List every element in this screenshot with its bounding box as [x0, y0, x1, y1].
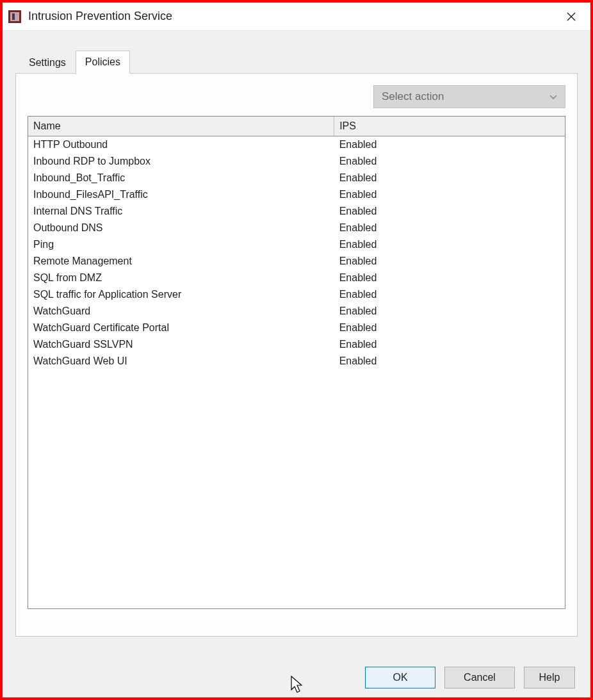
- policies-table: Name IPS HTTP OutboundEnabledInbound RDP…: [28, 117, 565, 370]
- svg-rect-2: [12, 13, 15, 20]
- table-row[interactable]: SQL traffic for Application ServerEnable…: [28, 286, 565, 303]
- cell-ips: Enabled: [334, 220, 565, 236]
- help-button[interactable]: Help: [524, 667, 575, 688]
- svg-marker-5: [291, 676, 302, 692]
- cell-ips: Enabled: [334, 153, 565, 170]
- cell-name: Inbound_Bot_Traffic: [28, 170, 334, 186]
- close-icon: [567, 12, 576, 21]
- cell-ips: Enabled: [334, 203, 565, 220]
- table-row[interactable]: WatchGuardEnabled: [28, 303, 565, 320]
- cell-name: Remote Management: [28, 253, 334, 270]
- ok-button[interactable]: OK: [365, 667, 435, 688]
- table-row[interactable]: Inbound_Bot_TrafficEnabled: [28, 170, 565, 186]
- tab-strip: Settings Policies: [19, 50, 578, 73]
- action-row: Select action: [28, 85, 565, 108]
- cell-name: WatchGuard Web UI: [28, 353, 334, 370]
- table-row[interactable]: WatchGuard Web UIEnabled: [28, 353, 565, 370]
- table-header-row: Name IPS: [28, 117, 565, 136]
- cell-name: SQL from DMZ: [28, 270, 334, 286]
- table-row[interactable]: WatchGuard Certificate PortalEnabled: [28, 320, 565, 336]
- content-area: Settings Policies Select action: [3, 31, 590, 643]
- cell-name: WatchGuard Certificate Portal: [28, 320, 334, 336]
- select-action-dropdown[interactable]: Select action: [373, 85, 565, 108]
- cell-name: SQL traffic for Application Server: [28, 286, 334, 303]
- tab-policies[interactable]: Policies: [76, 51, 130, 74]
- cell-ips: Enabled: [334, 303, 565, 320]
- close-button[interactable]: [558, 4, 584, 29]
- table-row[interactable]: WatchGuard SSLVPNEnabled: [28, 336, 565, 353]
- cell-ips: Enabled: [334, 353, 565, 370]
- cell-ips: Enabled: [334, 270, 565, 286]
- cell-ips: Enabled: [334, 320, 565, 336]
- tab-label: Policies: [85, 56, 120, 67]
- chevron-down-icon: [549, 92, 557, 102]
- table-row[interactable]: Remote ManagementEnabled: [28, 253, 565, 270]
- tab-panel-policies: Select action Name IPS: [15, 73, 578, 637]
- button-label: OK: [393, 672, 407, 683]
- cursor-icon: [291, 676, 304, 694]
- button-label: Cancel: [464, 672, 496, 683]
- cell-name: Inbound_FilesAPI_Traffic: [28, 186, 334, 203]
- cell-ips: Enabled: [334, 253, 565, 270]
- window-title: Intrusion Prevention Service: [28, 10, 558, 23]
- cell-ips: Enabled: [334, 336, 565, 353]
- cell-name: WatchGuard: [28, 303, 334, 320]
- dialog-window: Intrusion Prevention Service Settings Po…: [0, 0, 593, 700]
- cell-name: HTTP Outbound: [28, 136, 334, 154]
- cell-ips: Enabled: [334, 136, 565, 154]
- tab-label: Settings: [29, 57, 66, 68]
- column-header-ips[interactable]: IPS: [334, 117, 565, 136]
- table-row[interactable]: HTTP OutboundEnabled: [28, 136, 565, 154]
- table-row[interactable]: Internal DNS TrafficEnabled: [28, 203, 565, 220]
- select-action-label: Select action: [382, 90, 444, 103]
- table-row[interactable]: Inbound_FilesAPI_TrafficEnabled: [28, 186, 565, 203]
- column-header-name[interactable]: Name: [28, 117, 334, 136]
- cell-ips: Enabled: [334, 236, 565, 253]
- app-icon: [8, 10, 22, 24]
- cell-name: Internal DNS Traffic: [28, 203, 334, 220]
- titlebar: Intrusion Prevention Service: [3, 3, 590, 31]
- table-row[interactable]: Outbound DNSEnabled: [28, 220, 565, 236]
- table-row[interactable]: PingEnabled: [28, 236, 565, 253]
- table-row[interactable]: Inbound RDP to JumpboxEnabled: [28, 153, 565, 170]
- tab-settings[interactable]: Settings: [19, 51, 76, 74]
- policies-table-wrap: Name IPS HTTP OutboundEnabledInbound RDP…: [28, 116, 565, 609]
- cell-name: Ping: [28, 236, 334, 253]
- cell-name: WatchGuard SSLVPN: [28, 336, 334, 353]
- cancel-button[interactable]: Cancel: [444, 667, 515, 688]
- table-row[interactable]: SQL from DMZEnabled: [28, 270, 565, 286]
- dialog-footer: OK Cancel Help: [365, 667, 575, 688]
- cell-ips: Enabled: [334, 170, 565, 186]
- cell-name: Outbound DNS: [28, 220, 334, 236]
- cell-ips: Enabled: [334, 186, 565, 203]
- button-label: Help: [539, 672, 560, 683]
- cell-name: Inbound RDP to Jumpbox: [28, 153, 334, 170]
- cell-ips: Enabled: [334, 286, 565, 303]
